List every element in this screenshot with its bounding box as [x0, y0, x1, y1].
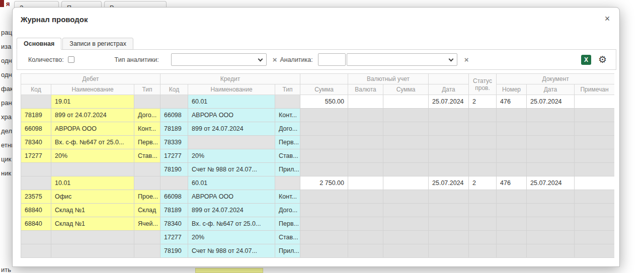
cell-currency-sum[interactable]	[383, 109, 429, 122]
cell-credit-type[interactable]: Прил...	[275, 163, 300, 176]
cell-currency[interactable]	[348, 217, 383, 231]
bg-menu-item-fragment[interactable]: ить	[1, 266, 11, 273]
cell-doc-number[interactable]	[497, 136, 527, 149]
cell-doc-date[interactable]	[527, 109, 575, 122]
cell-date[interactable]	[429, 136, 469, 149]
settings-gear-icon[interactable]: ⚙	[598, 55, 607, 65]
cell-doc-date[interactable]: 25.07.2024	[527, 176, 575, 190]
cell-credit-type[interactable]	[275, 176, 300, 190]
cell-date[interactable]: 25.07.2024	[429, 95, 469, 109]
cell-debit-name[interactable]: Склад №1	[51, 217, 134, 231]
cell-credit-type[interactable]: Перв...	[275, 217, 300, 231]
cell-credit-type[interactable]: Став...	[275, 149, 300, 163]
cell-currency[interactable]	[348, 149, 383, 163]
cell-credit-code[interactable]: 78189	[160, 122, 188, 136]
cell-credit-code[interactable]: 78190	[160, 244, 188, 258]
cell-credit-type[interactable]: Перв...	[275, 136, 300, 149]
cell-debit-name[interactable]: 10.01	[51, 176, 134, 190]
cell-credit-code[interactable]: 66098	[160, 109, 188, 122]
cell-currency[interactable]	[348, 163, 383, 176]
cell-doc-date[interactable]	[527, 231, 575, 244]
cell-sum[interactable]	[300, 231, 348, 244]
posting-detail-row[interactable]: 68840Склад №1Склад78189899 от 24.07.2024…	[21, 204, 615, 217]
cell-status[interactable]	[469, 217, 497, 231]
cell-status[interactable]	[469, 204, 497, 217]
bg-menu-item-fragment[interactable]: дел	[1, 127, 12, 135]
cell-date[interactable]	[429, 204, 469, 217]
cell-doc-number[interactable]	[497, 217, 527, 231]
cell-credit-type[interactable]: Дого...	[275, 122, 300, 136]
cell-credit-name[interactable]: Счет № 988 от 24.07...	[188, 244, 275, 258]
cell-date[interactable]	[429, 244, 469, 258]
cell-debit-name[interactable]	[51, 231, 134, 244]
cell-credit-name[interactable]: 899 от 24.07.2024	[188, 204, 275, 217]
cell-currency-sum[interactable]	[383, 163, 429, 176]
cell-currency-sum[interactable]	[383, 176, 429, 190]
cell-credit-name[interactable]: АВРОРА ООО	[188, 190, 275, 204]
cell-debit-type[interactable]: Перв...	[134, 136, 160, 149]
cell-credit-type[interactable]: Став...	[275, 231, 300, 244]
cell-credit-code[interactable]	[160, 95, 188, 109]
bg-menu-item-fragment[interactable]: цик	[1, 155, 11, 163]
cell-note[interactable]	[575, 122, 614, 136]
bg-menu-item-fragment[interactable]: одн	[1, 71, 12, 78]
cell-debit-type[interactable]	[134, 95, 160, 109]
cell-currency-sum[interactable]	[383, 95, 429, 109]
cell-currency-sum[interactable]	[383, 122, 429, 136]
cell-debit-code[interactable]: 23575	[21, 190, 51, 204]
cell-note[interactable]	[575, 95, 614, 109]
cell-debit-type[interactable]: Прое...	[134, 190, 160, 204]
cell-sum[interactable]	[300, 149, 348, 163]
posting-detail-row[interactable]: 78189899 от 24.07.2024Дого...66098АВРОРА…	[21, 109, 615, 122]
cell-currency[interactable]	[348, 231, 383, 244]
cell-credit-name[interactable]: 60.01	[188, 95, 275, 109]
cell-debit-code[interactable]	[21, 163, 51, 176]
bg-menu-item-fragment[interactable]: хра	[1, 113, 12, 121]
posting-detail-row[interactable]: 1727720%Став...1727720%Став...	[21, 149, 615, 163]
cell-sum[interactable]: 550.00	[300, 95, 348, 109]
bg-menu-item-fragment[interactable]: иза	[1, 43, 11, 50]
cell-currency[interactable]	[348, 95, 383, 109]
cell-currency-sum[interactable]	[383, 136, 429, 149]
cell-sum[interactable]	[300, 217, 348, 231]
posting-group-row[interactable]: 10.0160.012 750.0025.07.2024247625.07.20…	[21, 176, 615, 190]
cell-debit-code[interactable]: 78340	[21, 136, 51, 149]
analytics-select[interactable]	[347, 53, 457, 66]
cell-note[interactable]	[575, 231, 614, 244]
cell-date[interactable]	[429, 149, 469, 163]
cell-debit-code[interactable]	[21, 231, 51, 244]
cell-status[interactable]: 2	[469, 95, 497, 109]
posting-detail-row[interactable]: 23575ОфисПрое...66098АВРОРА ОООКонт...	[21, 190, 615, 204]
bg-highlighted-cell[interactable]	[195, 268, 263, 273]
cell-currency[interactable]	[348, 109, 383, 122]
close-icon[interactable]: ×	[601, 13, 613, 25]
analytics-code-input[interactable]	[318, 53, 346, 66]
cell-note[interactable]	[575, 109, 614, 122]
cell-date[interactable]	[429, 190, 469, 204]
cell-debit-type[interactable]	[134, 231, 160, 244]
analytics-type-select[interactable]	[171, 53, 267, 66]
clear-analytics-icon[interactable]: ×	[464, 55, 469, 64]
cell-currency[interactable]	[348, 122, 383, 136]
cell-currency[interactable]	[348, 176, 383, 190]
clear-analytics-type-icon[interactable]: ×	[273, 55, 277, 64]
cell-credit-type[interactable]: Прил...	[275, 244, 300, 258]
cell-credit-code[interactable]: 78189	[160, 204, 188, 217]
cell-status[interactable]	[469, 149, 497, 163]
cell-status[interactable]	[469, 244, 497, 258]
cell-doc-date[interactable]: 25.07.2024	[527, 95, 575, 109]
cell-sum[interactable]	[300, 244, 348, 258]
quantity-checkbox[interactable]	[68, 56, 74, 63]
cell-doc-number[interactable]	[497, 231, 527, 244]
cell-debit-code[interactable]: 68840	[21, 217, 51, 231]
cell-debit-name[interactable]: 20%	[51, 149, 134, 163]
cell-doc-date[interactable]	[527, 122, 575, 136]
cell-currency-sum[interactable]	[383, 217, 429, 231]
cell-debit-type[interactable]: Конт...	[134, 122, 160, 136]
cell-currency-sum[interactable]	[383, 190, 429, 204]
cell-debit-type[interactable]: Став...	[134, 149, 160, 163]
cell-doc-number[interactable]	[497, 244, 527, 258]
cell-currency-sum[interactable]	[383, 231, 429, 244]
cell-credit-name[interactable]: 60.01	[188, 176, 275, 190]
excel-export-icon[interactable]: X	[581, 55, 591, 65]
